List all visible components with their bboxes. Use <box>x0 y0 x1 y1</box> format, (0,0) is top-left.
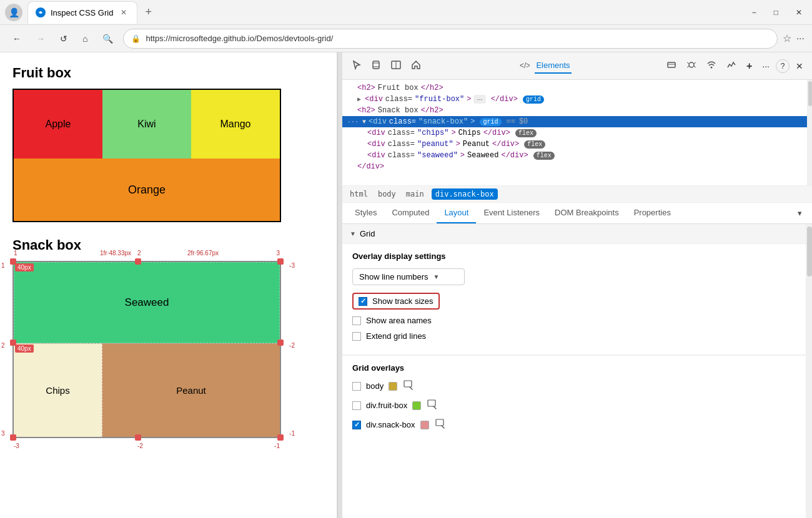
breadcrumb-main[interactable]: main <box>404 188 427 200</box>
user-avatar[interactable]: 👤 <box>5 4 22 21</box>
tab-close-button[interactable]: ✕ <box>118 7 129 18</box>
dom-line-h2-snack[interactable]: <h2> Snack box </h2> <box>342 105 812 116</box>
new-tab-button[interactable]: + <box>140 3 157 21</box>
breadcrumb-html[interactable]: html <box>347 188 370 200</box>
grid-corner-tc <box>135 258 141 265</box>
attr-seaweed: class= <box>388 151 415 160</box>
performance-icon[interactable] <box>723 57 740 74</box>
flex-badge-seaweed[interactable]: flex <box>533 152 555 160</box>
tab-event-listeners[interactable]: Event Listeners <box>476 203 547 223</box>
close-button[interactable]: ✕ <box>791 6 807 19</box>
dom-line-seaweed[interactable]: <div class= "seaweed" > Seaweed </div> f… <box>342 150 812 161</box>
overlay-body-row: body <box>352 379 802 393</box>
elements-tab-label[interactable]: Elements <box>535 58 571 74</box>
show-track-sizes-label[interactable]: Show track sizes <box>372 296 433 306</box>
tab-layout[interactable]: Layout <box>437 203 476 223</box>
show-area-names-row: Show area names <box>352 316 802 325</box>
url-input[interactable] <box>146 34 769 43</box>
select-box-line-numbers[interactable]: Show line numbers ▼ <box>352 268 465 285</box>
dom-line-chips[interactable]: <div class= "chips" > Chips </div> flex <box>342 127 812 139</box>
grid-corner-br <box>277 434 284 441</box>
grid-overlays-section: Grid overlays body div.fruit-box <box>342 356 812 444</box>
row-num-neg3-right: -3 <box>289 262 295 269</box>
fruit-kiwi: Kiwi <box>102 90 191 159</box>
elements-icon-button[interactable]: </> <box>516 57 533 74</box>
add-tool-button[interactable]: + <box>743 58 756 74</box>
dom-line-snack-box-selected[interactable]: ··· ▼ <div class= "snack-box" > grid == … <box>342 116 812 127</box>
show-area-names-checkbox[interactable] <box>352 316 361 325</box>
layout-panel-scrollbar[interactable] <box>806 224 812 518</box>
grid-badge-snack[interactable]: grid <box>480 118 501 126</box>
tab-properties[interactable]: Properties <box>626 203 678 223</box>
more-tools-button[interactable]: ··· <box>758 59 773 74</box>
tag-open: <h2> <box>357 84 375 92</box>
flex-badge-peanut[interactable]: flex <box>524 140 545 149</box>
overlay-fruit-color-swatch[interactable] <box>412 401 421 410</box>
more-icon[interactable]: ··· <box>796 33 805 44</box>
inspector-button[interactable] <box>347 57 365 74</box>
overlay-body-inspect-btn[interactable] <box>402 379 415 393</box>
tab-computed[interactable]: Computed <box>384 203 437 223</box>
home-devtools-button[interactable] <box>407 57 425 74</box>
breadcrumb-snack-box[interactable]: div.snack-box <box>432 188 498 200</box>
overlay-body-label[interactable]: body <box>366 381 384 391</box>
breadcrumb-body[interactable]: body <box>375 188 399 200</box>
dom-line-div-close[interactable]: </div> <box>342 161 812 172</box>
help-button[interactable]: ? <box>776 59 790 73</box>
grid-section-header[interactable]: ▼ Grid <box>342 224 812 244</box>
tab-styles[interactable]: Styles <box>347 203 384 223</box>
bug-icon[interactable] <box>683 57 700 74</box>
overlay-snack-color-swatch[interactable] <box>420 421 429 429</box>
snack-peanut: Peanut <box>102 343 280 437</box>
overlay-fruit-checkbox[interactable] <box>352 401 361 410</box>
minimize-button[interactable]: − <box>747 6 761 19</box>
col-num-neg2-bottom: -2 <box>137 442 143 449</box>
overlay-body-checkbox[interactable] <box>352 382 361 391</box>
overlay-fruit-inspect-btn[interactable] <box>426 398 438 413</box>
star-icon[interactable]: ☆ <box>783 32 791 44</box>
text-fruit: Fruit box <box>378 84 418 92</box>
forward-button[interactable]: → <box>31 30 50 47</box>
flex-badge-chips[interactable]: flex <box>515 129 537 137</box>
row-num-neg2-right: -2 <box>289 342 295 349</box>
extend-grid-lines-label[interactable]: Extend grid lines <box>366 331 426 341</box>
close-devtools-button[interactable]: ✕ <box>792 59 807 74</box>
dom-line-peanut[interactable]: <div class= "peanut" > Peanut </div> fle… <box>342 139 812 150</box>
overlay-body-color-swatch[interactable] <box>389 382 397 391</box>
dom-ellipsis-btn[interactable]: ··· <box>473 95 485 104</box>
show-track-sizes-checkbox[interactable]: ✓ <box>359 297 367 306</box>
search-button[interactable]: 🔍 <box>97 30 118 47</box>
overlay-fruit-label[interactable]: div.fruit-box <box>366 401 407 410</box>
window-controls: − □ ✕ <box>747 6 807 19</box>
dom-line-fruit-box[interactable]: ▶ <div class= "fruit-box" > ··· </div> g… <box>342 94 812 105</box>
grid-badge[interactable]: grid <box>523 95 544 104</box>
device-button[interactable] <box>367 57 385 74</box>
text-peanut: Peanut <box>463 140 490 149</box>
svg-rect-15 <box>404 381 412 387</box>
tab-dom-breakpoints[interactable]: DOM Breakpoints <box>547 203 626 223</box>
fruit-box-grid: Apple Kiwi Mango Orange <box>12 89 281 222</box>
snack-grid: Seaweed Chips Peanut <box>12 261 281 438</box>
col-label-1: 1fr·48.33px <box>100 250 131 257</box>
row-num-2-left: 2 <box>1 342 5 349</box>
tag-seaweed-close: </div> <box>501 151 528 160</box>
wifi-icon[interactable] <box>703 57 720 74</box>
refresh-button[interactable]: ↺ <box>55 30 72 47</box>
home-button[interactable]: ⌂ <box>77 30 92 47</box>
back-button[interactable]: ← <box>7 30 26 47</box>
show-area-names-label[interactable]: Show area names <box>366 316 432 325</box>
active-tab[interactable]: Inspect CSS Grid ✕ <box>27 1 137 24</box>
overlay-snack-inspect-btn[interactable] <box>434 418 447 432</box>
network-icon[interactable] <box>663 57 680 74</box>
panel-layout-button[interactable] <box>387 57 405 74</box>
overlay-snack-label[interactable]: div.snack-box <box>366 420 415 429</box>
dom-line-h2-fruit[interactable]: <h2> Fruit box </h2> <box>342 82 812 94</box>
extend-grid-lines-checkbox[interactable] <box>352 332 361 341</box>
maximize-button[interactable]: □ <box>769 6 783 19</box>
address-bar[interactable]: 🔒 <box>123 29 777 49</box>
tab-bar: Inspect CSS Grid ✕ + <box>27 1 742 24</box>
overlay-snack-checkbox[interactable]: ✓ <box>352 421 361 429</box>
panel-divider[interactable] <box>337 52 342 518</box>
panel-tabs-more[interactable]: ▾ <box>793 203 807 223</box>
dom-tree-scrollbar[interactable] <box>807 80 812 185</box>
